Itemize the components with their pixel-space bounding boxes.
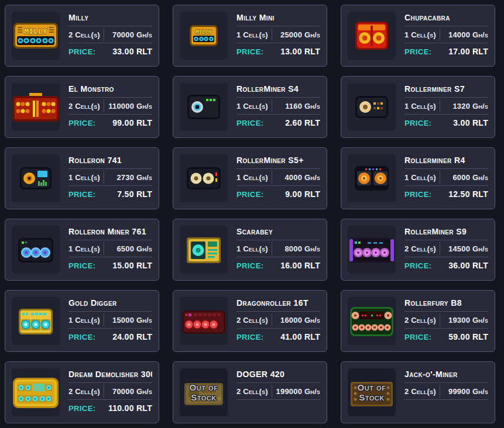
- hashrate: 15000 Gh/s: [104, 316, 152, 325]
- stats-row: 1 Cell(s) 25000 Gh/s: [236, 26, 320, 43]
- miner-card[interactable]: DOGE Out of Stock DOGER 420 2 Cell(s) 19…: [173, 361, 327, 423]
- miner-name: RollerMiner S9: [404, 226, 488, 240]
- miner-rollerminer-s5-plus: [180, 154, 228, 202]
- stats-row: 2 Cell(s) 70000 Gh/s: [68, 26, 152, 43]
- miner-info: Rollerminer S7 1 Cell(s) 1320 Gh/s PRICE…: [404, 83, 488, 131]
- miner-rollerminer-s4: [180, 83, 228, 131]
- price-row: PRICE: 16.00 RLT: [236, 257, 320, 274]
- cells-count: 1 Cell(s): [404, 173, 440, 182]
- cells-count: 2 Cell(s): [68, 30, 104, 39]
- price-label: PRICE:: [68, 404, 95, 413]
- miner-rolleron-miner-761: [12, 226, 60, 274]
- price-row: PRICE: 15.00 RLT: [68, 257, 152, 274]
- stats-row: 1 Cell(s) 2730 Gh/s: [68, 169, 152, 185]
- hashrate: 1320 Gh/s: [440, 102, 488, 111]
- stats-row: 1 Cell(s) 6500 Gh/s: [68, 240, 152, 257]
- miner-card[interactable]: El Monstro 2 Cell(s) 110000 Gh/s PRICE: …: [5, 76, 159, 138]
- price-row: PRICE: 17.00 RLT: [404, 43, 488, 60]
- miner-name: Rollerminer R4: [404, 154, 488, 168]
- price-label: PRICE:: [404, 261, 431, 270]
- out-of-stock-line2: Stock: [359, 392, 384, 402]
- miner-name: El Monstro: [68, 83, 152, 97]
- cells-count: 2 Cell(s): [68, 387, 104, 396]
- miner-info: El Monstro 2 Cell(s) 110000 Gh/s PRICE: …: [68, 83, 152, 131]
- miner-card[interactable]: Rollerfury B8 2 Cell(s) 19300 Gh/s PRICE…: [341, 290, 495, 352]
- miner-rollerminer-s7: [348, 83, 396, 131]
- price-value: 12.50 RLT: [448, 189, 488, 199]
- miner-info: Milly 2 Cell(s) 70000 Gh/s PRICE: 33.00 …: [68, 12, 152, 60]
- price-row: PRICE: 59.00 RLT: [404, 329, 488, 345]
- miner-name: Rollerminer S7: [404, 83, 488, 97]
- stats-row: 2 Cell(s) 19300 Gh/s: [404, 312, 488, 328]
- out-of-stock-line2: Stock: [191, 392, 216, 402]
- price-label: PRICE:: [236, 333, 263, 341]
- price-value: 15.00 RLT: [112, 261, 152, 270]
- miner-name: Rolleron 741: [68, 154, 152, 168]
- stats-row: 1 Cell(s) 4000 Gh/s: [236, 169, 320, 185]
- out-of-stock-overlay: Out of Stock: [180, 368, 228, 416]
- miner-card[interactable]: Rollerminer R4 1 Cell(s) 6000 Gh/s PRICE…: [341, 147, 495, 209]
- price-row: PRICE: 24.00 RLT: [68, 329, 152, 345]
- miner-info: Chupacabra 1 Cell(s) 14000 Gh/s PRICE: 1…: [404, 12, 488, 60]
- miner-card[interactable]: MILLY Milly 2 Cell(s) 70000 Gh/s PRICE: …: [5, 5, 159, 67]
- stats-row: 2 Cell(s) 16000 Gh/s: [236, 312, 320, 328]
- hashrate: 99900 Gh/s: [440, 387, 488, 396]
- miner-card[interactable]: Dragonroller 16T 2 Cell(s) 16000 Gh/s PR…: [173, 290, 327, 352]
- miner-name: Gold Digger: [68, 297, 152, 311]
- price-value: 59.00 RLT: [448, 332, 488, 341]
- miner-name: Dragonroller 16T: [236, 297, 320, 311]
- miner-rolleron-741: [12, 154, 60, 202]
- price-row: PRICE: 13.00 RLT: [236, 43, 320, 60]
- miner-dream-demolisher-3000: [12, 368, 60, 416]
- miner-milly-mini: MILLY: [180, 12, 228, 60]
- miner-card[interactable]: Rollerminer S7 1 Cell(s) 1320 Gh/s PRICE…: [341, 76, 495, 138]
- price-label: PRICE:: [404, 119, 431, 127]
- miner-card[interactable]: MILLY Milly Mini 1 Cell(s) 25000 Gh/s PR…: [173, 5, 327, 67]
- price-value: 33.00 RLT: [112, 47, 152, 56]
- miner-card[interactable]: RollerMiner S5+ 1 Cell(s) 4000 Gh/s PRIC…: [173, 147, 327, 209]
- price-label: PRICE:: [68, 333, 95, 341]
- miner-card[interactable]: Scarabey 1 Cell(s) 8000 Gh/s PRICE: 16.0…: [173, 219, 327, 281]
- miner-info: Rolleron 741 1 Cell(s) 2730 Gh/s PRICE: …: [68, 154, 152, 202]
- miner-el-monstro: [12, 83, 60, 131]
- miner-card[interactable]: Chupacabra 1 Cell(s) 14000 Gh/s PRICE: 1…: [341, 5, 495, 67]
- miner-card[interactable]: RollerMiner S9 2 Cell(s) 14500 Gh/s PRIC…: [341, 219, 495, 281]
- miner-info: Dragonroller 16T 2 Cell(s) 16000 Gh/s PR…: [236, 297, 320, 345]
- cells-count: 2 Cell(s): [404, 244, 440, 253]
- out-of-stock-line1: Out of: [358, 382, 386, 392]
- divider: [236, 399, 320, 400]
- miner-card[interactable]: Rolleron 741 1 Cell(s) 2730 Gh/s PRICE: …: [5, 147, 159, 209]
- cells-count: 2 Cell(s): [236, 316, 272, 325]
- hashrate: 14000 Gh/s: [440, 30, 488, 39]
- miner-rollerfury-b8: [348, 297, 396, 345]
- miner-card[interactable]: Rolleron Miner 761 1 Cell(s) 6500 Gh/s P…: [5, 219, 159, 281]
- hashrate: 70000 Gh/s: [104, 30, 152, 39]
- stats-row: 2 Cell(s) 14500 Gh/s: [404, 240, 488, 257]
- miner-name: Chupacabra: [404, 12, 488, 26]
- hashrate: 16000 Gh/s: [272, 316, 320, 325]
- stats-row: 1 Cell(s) 14000 Gh/s: [404, 26, 488, 43]
- miner-card[interactable]: RollerMiner S4 1 Cell(s) 1160 Gh/s PRICE…: [173, 76, 327, 138]
- cells-count: 1 Cell(s): [68, 173, 104, 182]
- price-value: 2.60 RLT: [285, 118, 320, 127]
- miner-rollerminer-s9: [348, 226, 396, 274]
- miner-chupacabra: [348, 12, 396, 60]
- divider: [404, 399, 488, 400]
- miner-dragonroller-16t: [180, 297, 228, 345]
- price-row: PRICE: 99.00 RLT: [68, 115, 152, 131]
- miner-card[interactable]: Gold Digger 1 Cell(s) 15000 Gh/s PRICE: …: [5, 290, 159, 352]
- price-row: PRICE: 7.50 RLT: [68, 186, 152, 202]
- cells-count: 1 Cell(s): [404, 102, 440, 111]
- cells-count: 2 Cell(s): [404, 316, 440, 325]
- miner-info: Jack-o'-Miner 2 Cell(s) 99900 Gh/s PRICE…: [404, 368, 488, 416]
- price-label: PRICE:: [404, 47, 431, 56]
- miner-card[interactable]: Out of Stock Jack-o'-Miner 2 Cell(s) 999…: [341, 361, 495, 423]
- cells-count: 2 Cell(s): [236, 387, 272, 396]
- price-row: PRICE: 12.50 RLT: [404, 186, 488, 202]
- miner-shop-grid: MILLY Milly 2 Cell(s) 70000 Gh/s PRICE: …: [0, 0, 504, 428]
- miner-name: DOGER 420: [236, 368, 320, 382]
- miner-scarabey: [180, 226, 228, 274]
- out-of-stock-line1: Out of: [190, 382, 218, 392]
- cells-count: 1 Cell(s): [404, 30, 440, 39]
- miner-card[interactable]: Dream Demolisher 3000 2 Cell(s) 70000 Gh…: [5, 361, 159, 423]
